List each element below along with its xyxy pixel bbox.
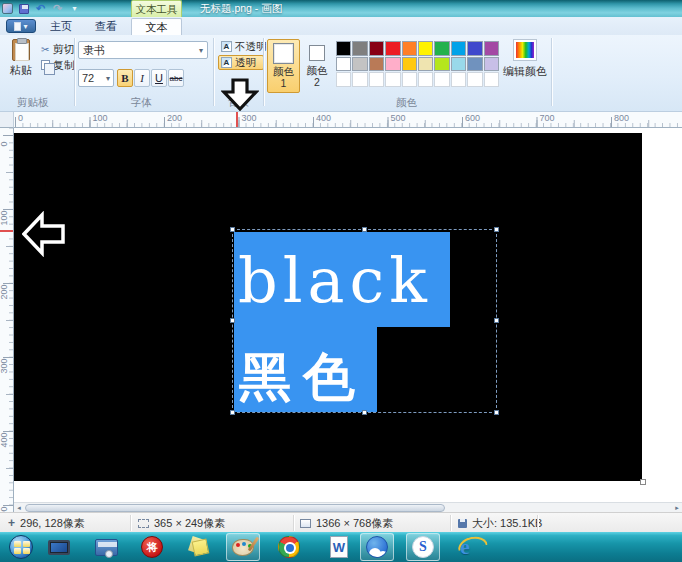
- edit-colors-button[interactable]: 编辑颜色: [502, 40, 548, 94]
- save-button[interactable]: [17, 2, 30, 15]
- font-family-select[interactable]: 隶书 ▾: [78, 41, 208, 59]
- tab-home[interactable]: 主页: [40, 18, 82, 35]
- paint-canvas[interactable]: black 黑色: [14, 133, 642, 481]
- underline-button[interactable]: U: [151, 69, 167, 87]
- palette-swatch[interactable]: [451, 72, 466, 87]
- selection-handle[interactable]: [494, 318, 499, 323]
- selection-handle[interactable]: [362, 410, 367, 415]
- palette-swatch[interactable]: [402, 41, 417, 56]
- scrollbar-thumb[interactable]: [25, 504, 445, 512]
- image-size-value: 1366 × 768像素: [316, 516, 393, 531]
- application-menu-button[interactable]: ▾: [6, 19, 36, 33]
- palette-swatch[interactable]: [434, 72, 449, 87]
- palette-swatch[interactable]: [385, 57, 400, 72]
- selection-handle[interactable]: [494, 410, 499, 415]
- taskbar-item-word[interactable]: W: [326, 534, 352, 560]
- taskbar-item-sogou[interactable]: S: [406, 533, 440, 561]
- palette-swatch[interactable]: [434, 41, 449, 56]
- h-ruler-label: 500: [391, 113, 406, 123]
- horizontal-scrollbar[interactable]: ◂ ▸: [14, 502, 682, 512]
- window-title: 无标题.png - 画图: [200, 1, 282, 16]
- strikethrough-button[interactable]: abc: [168, 69, 184, 87]
- taskbar-item-remote[interactable]: [93, 534, 119, 560]
- group-divider: [74, 38, 75, 106]
- palette-swatch[interactable]: [467, 41, 482, 56]
- palette-swatch[interactable]: [484, 41, 499, 56]
- transparent-button[interactable]: A 透明: [218, 55, 264, 70]
- palette-swatch[interactable]: [336, 57, 351, 72]
- palette-swatch[interactable]: [451, 57, 466, 72]
- palette-swatch[interactable]: [484, 72, 499, 87]
- palette-swatch[interactable]: [336, 41, 351, 56]
- selection-handle[interactable]: [494, 227, 499, 232]
- color1-swatch: [273, 43, 294, 64]
- status-divider: [293, 515, 294, 531]
- palette-swatch[interactable]: [451, 41, 466, 56]
- rainbow-icon: [514, 40, 536, 60]
- status-divider: [450, 515, 451, 531]
- palette-swatch[interactable]: [418, 41, 433, 56]
- palette-swatch[interactable]: [402, 72, 417, 87]
- edit-colors-label: 编辑颜色: [503, 65, 547, 77]
- transparent-text-icon: A: [221, 57, 232, 68]
- taskbar-item-chess[interactable]: 将: [139, 534, 165, 560]
- palette-swatch[interactable]: [352, 72, 367, 87]
- undo-icon: ↶: [36, 3, 45, 14]
- palette-swatch[interactable]: [352, 41, 367, 56]
- taskbar-item-chrome[interactable]: [276, 534, 302, 560]
- selection-handle[interactable]: [230, 227, 235, 232]
- paint-app-icon[interactable]: [2, 3, 13, 14]
- taskbar-item-sticky-notes[interactable]: [186, 534, 212, 560]
- taskbar-item-paint-active[interactable]: [226, 533, 260, 561]
- copy-label: 复制: [53, 58, 75, 73]
- palette-swatch[interactable]: [336, 72, 351, 87]
- bold-button[interactable]: B: [117, 69, 133, 87]
- color1-label: 颜色1: [272, 65, 296, 89]
- v-ruler-marker: [0, 230, 13, 232]
- palette-swatch[interactable]: [467, 57, 482, 72]
- copy-button[interactable]: 复制: [41, 58, 75, 72]
- palette-swatch[interactable]: [385, 72, 400, 87]
- opaque-button[interactable]: A 不透明: [218, 39, 264, 54]
- paint-palette-icon: [232, 539, 254, 556]
- palette-swatch[interactable]: [385, 41, 400, 56]
- tab-text[interactable]: 文本: [131, 18, 182, 35]
- selection-handle[interactable]: [362, 227, 367, 232]
- palette-swatch[interactable]: [369, 41, 384, 56]
- qat-customize-button[interactable]: ▾: [68, 2, 81, 15]
- palette-swatch[interactable]: [402, 57, 417, 72]
- palette-swatch[interactable]: [418, 72, 433, 87]
- start-button[interactable]: [8, 534, 34, 560]
- cut-button[interactable]: ✂ 剪切: [41, 42, 74, 56]
- internet-explorer-icon: e: [460, 536, 470, 558]
- canvas-resize-handle[interactable]: [640, 479, 646, 485]
- palette-swatch[interactable]: [484, 57, 499, 72]
- scroll-right-button[interactable]: ▸: [672, 503, 682, 512]
- color1-button[interactable]: 颜色1: [267, 39, 300, 93]
- text-selection-box[interactable]: black 黑色: [232, 229, 497, 413]
- scroll-left-button[interactable]: ◂: [14, 503, 24, 512]
- selection-handle[interactable]: [230, 318, 235, 323]
- undo-button[interactable]: ↶: [34, 2, 47, 15]
- tab-view[interactable]: 查看: [84, 18, 128, 35]
- palette-swatch[interactable]: [434, 57, 449, 72]
- font-group-label: 字体: [131, 96, 152, 110]
- taskbar-item-desktop[interactable]: [46, 534, 72, 560]
- palette-swatch[interactable]: [369, 57, 384, 72]
- chevron-down-icon: ▾: [199, 46, 203, 55]
- palette-swatch[interactable]: [467, 72, 482, 87]
- color2-button[interactable]: 颜色2: [302, 39, 332, 93]
- ribbon: 粘贴 ✂ 剪切 复制 剪贴板 隶书 ▾ 72 ▾ B I U abc 字体 A …: [0, 35, 682, 112]
- sogou-icon: S: [412, 536, 434, 558]
- italic-button[interactable]: I: [134, 69, 150, 87]
- font-size-select[interactable]: 72 ▾: [78, 69, 114, 87]
- palette-swatch[interactable]: [352, 57, 367, 72]
- palette-swatch[interactable]: [369, 72, 384, 87]
- paste-button[interactable]: 粘贴: [4, 38, 38, 94]
- palette-swatch[interactable]: [418, 57, 433, 72]
- taskbar-item-qq-browser[interactable]: [360, 533, 394, 561]
- taskbar-item-ie[interactable]: e: [452, 534, 478, 560]
- redo-button[interactable]: ↷: [51, 2, 64, 15]
- selection-handle[interactable]: [230, 410, 235, 415]
- status-bar: + 296, 128像素 365 × 249像素 1366 × 768像素 大小…: [0, 512, 682, 532]
